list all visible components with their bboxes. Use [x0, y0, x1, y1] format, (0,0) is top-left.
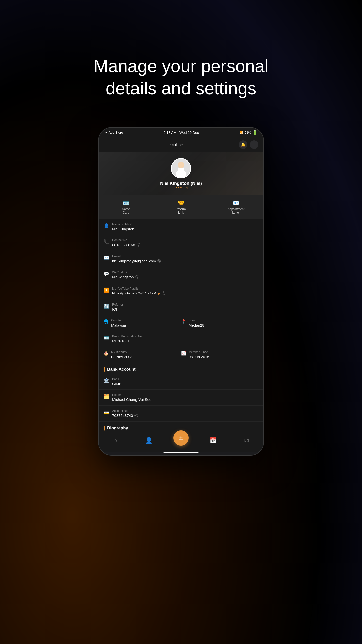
copy-youtube-button[interactable]: ⓒ: [162, 291, 165, 296]
value-wechat: Niel-kingston: [112, 275, 134, 279]
label-branch: Branch: [189, 319, 204, 322]
country-icon: 🌐: [104, 319, 109, 324]
person-icon: 👤: [104, 223, 109, 229]
value-name-nric: Niel Kingston: [112, 227, 134, 231]
branch-icon: 📍: [181, 319, 186, 324]
tab-appointment-label: AppointmentLetter: [228, 207, 244, 215]
value-email: niel.kingston@iqiglobal.com: [112, 259, 156, 263]
tab-name-card[interactable]: 🪪 NameCard: [99, 198, 154, 217]
avatar: [171, 158, 191, 178]
label-bank: Bank: [112, 377, 122, 381]
label-country: Country: [111, 319, 126, 322]
svg-point-1: [178, 162, 184, 168]
name-card-icon: 🪪: [123, 200, 129, 206]
board-icon: 🪪: [104, 335, 109, 341]
appointment-icon: 📧: [233, 200, 239, 206]
field-contact: 📞 Contact No. 60183638168 ⓒ: [99, 235, 263, 251]
card-icon: 💳: [104, 410, 109, 415]
carrier-text: ◄ App Store: [105, 131, 123, 134]
value-branch: Medan28: [189, 323, 204, 327]
bell-icon: 🔔: [241, 142, 246, 147]
copy-account-button[interactable]: ⓒ: [134, 413, 138, 418]
home-indicator: [163, 452, 199, 453]
home-icon: ⌂: [114, 437, 117, 444]
value-country: Malaysia: [111, 323, 126, 327]
field-birthday-member: 🎂 My Birthday 02 Nov 2003 📈 Member Since…: [99, 347, 263, 363]
value-birthday: 02 Nov 2003: [111, 355, 132, 359]
bio-accent-bar: [104, 426, 105, 431]
dots-icon: ⋮: [252, 142, 256, 147]
label-contact: Contact No.: [112, 238, 140, 242]
label-birthday: My Birthday: [111, 350, 132, 354]
email-icon: ✉️: [104, 255, 109, 261]
phone-icon: 📞: [104, 239, 109, 245]
label-referrer: Referrer: [112, 303, 123, 306]
profile-name: Niel Kingston (Niel): [160, 181, 202, 186]
field-holder: 🗂️ Holder Michael Chong Vui Soon: [99, 390, 263, 406]
field-bank: 🏦 Bank CIMB: [99, 374, 263, 390]
nav-profile[interactable]: 👤: [132, 435, 166, 446]
more-button[interactable]: ⋮: [250, 140, 258, 149]
label-name-nric: Name on NRIC: [112, 223, 134, 226]
app-header: Profile 🔔 ⋮: [99, 137, 263, 152]
value-holder: Michael Chong Vui Soon: [112, 397, 154, 402]
label-account-no: Account No.: [112, 409, 138, 413]
profile-nav-icon: 👤: [145, 437, 153, 444]
bank-section-header: Bank Account: [99, 363, 263, 374]
biography-section-title: Biography: [107, 426, 128, 431]
content-area: 👤 Name on NRIC Niel Kingston 📞 Contact N…: [99, 219, 263, 433]
label-member-since: Member Since: [189, 350, 209, 354]
nav-home[interactable]: ⌂: [99, 435, 132, 446]
copy-contact-button[interactable]: ⓒ: [137, 243, 140, 247]
copy-email-button[interactable]: ⓒ: [157, 259, 161, 263]
tab-referral-label: ReferralLink: [176, 207, 187, 215]
bottom-nav: ⌂ 👤 ⊞ 📅 🗂: [99, 433, 263, 452]
value-account-no: 7037543740: [112, 413, 133, 418]
notification-button[interactable]: 🔔: [239, 140, 247, 149]
value-referrer: IQI: [112, 307, 123, 311]
tab-name-card-label: NameCard: [122, 207, 130, 215]
copy-wechat-button[interactable]: ⓒ: [135, 275, 139, 279]
member-since-icon: 📈: [181, 351, 186, 356]
play-youtube-button[interactable]: ▶: [158, 291, 160, 295]
nav-qr-fab[interactable]: ⊞: [166, 435, 196, 446]
status-right: 📶 91% 🔋: [239, 130, 257, 135]
field-email: ✉️ E-mail niel.kingston@iqiglobal.com ⓒ: [99, 251, 263, 267]
headline-line1: Manage your personal: [94, 56, 269, 76]
calendar-icon: 📅: [210, 437, 216, 444]
value-member-since: 08 Jun 2016: [189, 355, 209, 359]
value-youtube: https://youtu.be/XGyf34_c19M: [112, 291, 156, 295]
qr-icon: ⊞: [178, 434, 184, 442]
holder-icon: 🗂️: [104, 394, 109, 399]
tabs-row: 🪪 NameCard 🤝 ReferralLink 📧 AppointmentL…: [99, 195, 263, 219]
status-time: 9:18 AM Wed 20 Dec: [164, 131, 199, 135]
label-wechat: WeChat ID: [112, 271, 139, 274]
wechat-icon: 💬: [104, 271, 109, 277]
profile-banner: Niel Kingston (Niel) Team IQI: [99, 152, 263, 195]
tab-appointment-letter[interactable]: 📧 AppointmentLetter: [208, 198, 263, 217]
referral-icon: 🤝: [178, 200, 185, 206]
header-title: Profile: [168, 142, 183, 148]
tab-referral-link[interactable]: 🤝 ReferralLink: [154, 198, 209, 217]
label-email: E-mail: [112, 255, 161, 258]
birthday-icon: 🎂: [104, 351, 109, 356]
field-name-nric: 👤 Name on NRIC Niel Kingston: [99, 219, 263, 235]
headline-line2: details and settings: [106, 78, 256, 98]
battery-icon: 🔋: [252, 130, 257, 135]
value-contact: 60183638168: [112, 243, 135, 247]
profile-team: Team IQI: [174, 186, 188, 190]
label-board-reg: Board Registration No.: [112, 335, 143, 338]
bank-icon: 🏦: [104, 378, 109, 383]
folder-icon: 🗂: [244, 437, 249, 444]
field-youtube: ▶️ My YouTube Playlist https://youtu.be/…: [99, 283, 263, 299]
header-icons: 🔔 ⋮: [239, 140, 258, 149]
nav-folder[interactable]: 🗂: [230, 436, 263, 445]
nav-calendar[interactable]: 📅: [196, 436, 230, 445]
value-bank: CIMB: [112, 382, 122, 386]
field-board-reg: 🪪 Board Registration No. REN-1001: [99, 331, 263, 347]
svg-rect-3: [178, 168, 184, 173]
status-bar: ◄ App Store 9:18 AM Wed 20 Dec 📶 91% 🔋: [99, 128, 263, 137]
bank-accent-bar: [104, 367, 105, 372]
field-account-no: 💳 Account No. 7037543740 ⓒ: [99, 406, 263, 422]
device-frame: ◄ App Store 9:18 AM Wed 20 Dec 📶 91% 🔋 P…: [98, 127, 264, 456]
